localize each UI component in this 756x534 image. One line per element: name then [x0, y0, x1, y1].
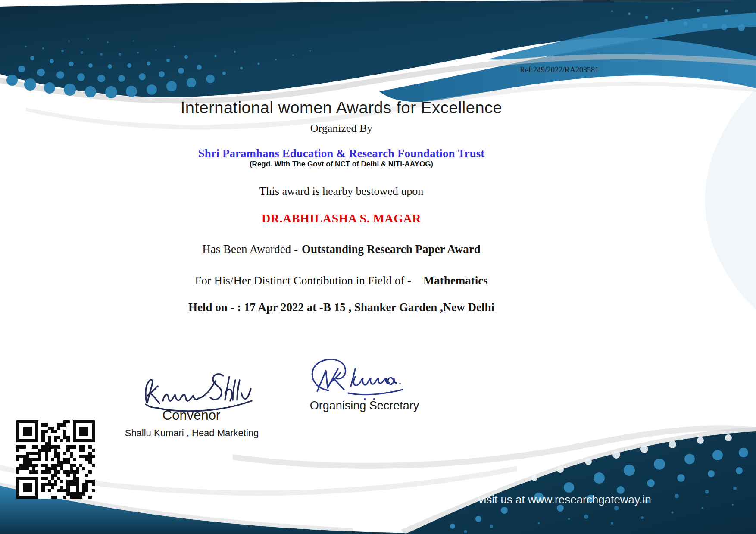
field-value: Mathematics: [423, 274, 488, 287]
convenor-role-label: Convenor: [128, 408, 254, 423]
certificate-page: { "certificate": { "ref_number": "Ref:24…: [0, 0, 756, 534]
convenor-name-label: Shallu Kumari , Head Marketing: [116, 428, 267, 439]
halftone-dots-top: [6, 51, 277, 98]
bestowed-line: This award is hearby bestowed upon: [0, 185, 683, 198]
reference-number: Ref:249/2022/RA203581: [520, 66, 599, 75]
organising-secretary-label: Organising Secretary: [297, 399, 432, 412]
field-prefix: For His/Her Distinct Contribution in Fie…: [195, 274, 411, 287]
qr-code: [16, 420, 95, 499]
award-line: Has Been Awarded -Outstanding Research P…: [0, 243, 683, 256]
event-line: Held on - : 17 Apr 2022 at -B 15 , Shank…: [0, 301, 683, 314]
organizer-name: Shri Paramhans Education & Research Foun…: [0, 147, 683, 160]
certificate-title: International women Awards for Excellenc…: [0, 99, 683, 117]
organizer-registration: (Regd. With The Govt of NCT of Delhi & N…: [0, 160, 683, 169]
organized-by-label: Organized By: [0, 122, 683, 135]
halftone-dots-bottom: [531, 434, 732, 481]
award-title: Outstanding Research Paper Award: [302, 243, 481, 256]
recipient-name: DR.ABHILASHA S. MAGAR: [0, 212, 683, 225]
website-note: visit us at www.researchgateway.in: [472, 493, 657, 506]
award-prefix: Has Been Awarded -: [202, 243, 298, 256]
field-line: For His/Her Distinct Contribution in Fie…: [0, 274, 683, 287]
organising-secretary-signature: [300, 348, 412, 402]
